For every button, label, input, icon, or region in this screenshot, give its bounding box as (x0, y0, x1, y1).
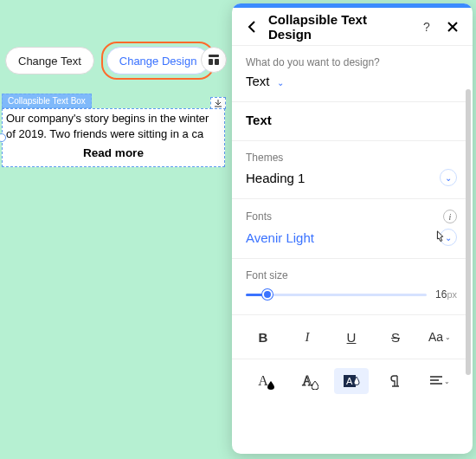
design-target-select[interactable]: Text ⌄ (246, 74, 457, 89)
drop-icon (312, 381, 318, 390)
themes-value: Heading 1 (246, 171, 305, 185)
themes-select[interactable]: Heading 1 ⌄ (246, 169, 457, 186)
design-target-label: What do you want to design? (246, 56, 457, 68)
chevron-left-icon (248, 21, 256, 33)
element-toolbar: Change Text Change Design (5, 42, 215, 80)
fonts-label: Fonts (246, 210, 272, 223)
panel-scrollbar[interactable] (466, 89, 471, 453)
layout-button[interactable] (201, 47, 227, 73)
slider-thumb[interactable] (262, 289, 273, 300)
layout-icon (208, 54, 220, 66)
highlight-button[interactable]: A (334, 368, 369, 394)
text-color-button[interactable]: A (246, 368, 280, 394)
italic-button[interactable]: I (290, 324, 325, 350)
text-format-row: B I U S Aa⌄ (232, 314, 471, 359)
text-tab[interactable]: Text (232, 102, 471, 141)
element-body-text: Our company's story begins in the winter… (6, 111, 221, 141)
slider-track (246, 294, 427, 296)
element-tag: Collapsible Text Box (2, 94, 92, 108)
text-format-row-2: A A A ⌄ (232, 359, 471, 408)
svg-rect-1 (209, 59, 213, 65)
close-button[interactable] (443, 17, 462, 36)
underline-button[interactable]: U (334, 324, 369, 350)
canvas: Change Text Change Design Collapsible Te… (0, 0, 476, 459)
info-icon[interactable]: i (443, 210, 457, 223)
change-design-highlight: Change Design (101, 42, 215, 80)
fonts-section: Fonts i Avenir Light ⌄ (232, 199, 471, 259)
design-panel: Collapsible Text Design ? What do you wa… (232, 3, 473, 454)
read-more-link[interactable]: Read more (6, 146, 221, 159)
fontsize-label: Font size (246, 269, 457, 281)
back-button[interactable] (242, 17, 261, 36)
element-box: Our company's story begins in the winter… (2, 108, 225, 167)
pilcrow-icon (389, 374, 402, 388)
text-tab-label: Text (246, 113, 272, 127)
svg-text:A: A (346, 376, 353, 386)
fontsize-value: 16px (435, 288, 457, 301)
chevron-down-icon: ⌄ (440, 169, 457, 186)
fonts-value: Avenir Light (246, 230, 314, 245)
collapsible-text-element[interactable]: Collapsible Text Box Our company's story… (2, 92, 225, 167)
change-design-button[interactable]: Change Design (106, 47, 210, 74)
panel-header: Collapsible Text Design ? (232, 8, 473, 46)
scrollbar-thumb[interactable] (466, 89, 471, 375)
chevron-down-icon: ⌄ (277, 78, 284, 87)
alignment-button[interactable]: ⌄ (422, 368, 457, 394)
themes-label: Themes (246, 152, 457, 164)
resize-handle-left[interactable] (0, 133, 6, 142)
align-icon (430, 376, 442, 386)
design-target-value: Text (246, 74, 270, 88)
close-icon (447, 22, 458, 32)
text-direction-button[interactable] (378, 368, 413, 394)
panel-title: Collapsible Text Design (268, 12, 410, 42)
chevron-down-icon: ⌄ (444, 378, 450, 385)
strikethrough-button[interactable]: S (378, 324, 413, 350)
highlight-icon: A (342, 373, 361, 389)
download-icon[interactable] (210, 97, 226, 109)
help-button[interactable]: ? (417, 17, 436, 36)
panel-body: What do you want to design? Text ⌄ Text … (232, 46, 473, 454)
themes-section: Themes Heading 1 ⌄ (232, 141, 471, 199)
fonts-select[interactable]: Avenir Light ⌄ (246, 229, 457, 246)
text-outline-button[interactable]: A (290, 368, 325, 394)
fontsize-slider[interactable] (246, 287, 427, 302)
chevron-down-icon: ⌄ (440, 229, 457, 246)
design-target-section: What do you want to design? Text ⌄ (232, 46, 471, 102)
case-button[interactable]: Aa⌄ (422, 324, 457, 350)
svg-rect-0 (209, 55, 219, 57)
svg-rect-2 (215, 59, 219, 65)
change-text-button[interactable]: Change Text (5, 47, 94, 74)
chevron-down-icon: ⌄ (445, 333, 451, 341)
panel-scroll-area[interactable]: What do you want to design? Text ⌄ Text … (232, 46, 473, 454)
bold-button[interactable]: B (246, 324, 280, 350)
drop-icon (267, 381, 274, 390)
fontsize-section: Font size 16px (232, 259, 471, 314)
